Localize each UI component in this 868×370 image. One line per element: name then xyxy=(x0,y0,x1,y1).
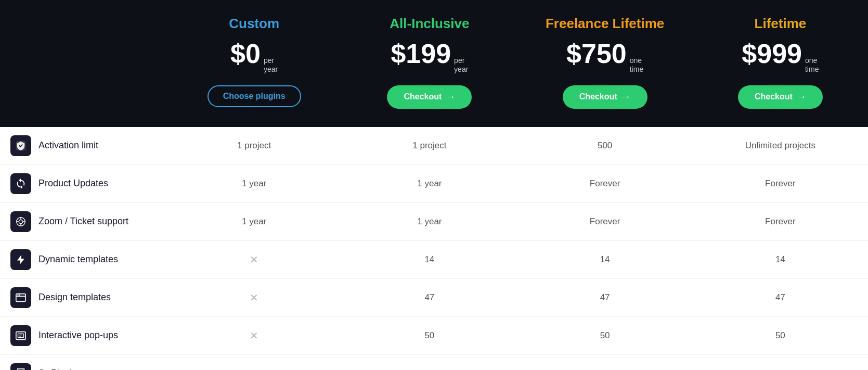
feature-row-design-templates: Design templates✕474747 xyxy=(0,279,868,317)
lightning-icon xyxy=(10,249,31,270)
plan-price-row-custom: $0peryear xyxy=(230,38,278,74)
plan-name-custom: Custom xyxy=(229,16,279,32)
checkout-arrow-all-inclusive: → xyxy=(446,92,455,103)
feature-label-col-zoom-support: Zoom / Ticket support xyxy=(0,203,166,240)
cross-icon: ✕ xyxy=(250,254,258,265)
features-table: Activation limit1 project1 project500Unl… xyxy=(0,127,868,370)
svg-rect-11 xyxy=(16,331,25,339)
feature-value-activation-limit-plan-0: 1 project xyxy=(166,132,342,159)
plan-name-lifetime: Lifetime xyxy=(755,16,807,32)
cross-icon: ✕ xyxy=(250,330,258,341)
plan-price-row-all-inclusive: $199peryear xyxy=(391,38,468,74)
svg-point-2 xyxy=(19,220,22,223)
btn-choose-plugins[interactable]: Choose plugins xyxy=(208,85,301,107)
plan-price-row-freelance: $750onetime xyxy=(566,38,643,74)
feature-value-dynamic-templates-plan-3: 14 xyxy=(693,246,868,273)
feature-name-design-templates: Design templates xyxy=(38,292,111,303)
feature-value-jetplugins-plan-3: 20 xyxy=(693,360,868,370)
checkout-arrow-freelance: → xyxy=(621,92,631,103)
feature-value-design-templates-plan-3: 47 xyxy=(693,284,868,311)
checkout-arrow-lifetime: → xyxy=(797,92,806,103)
feature-value-activation-limit-plan-1: 1 project xyxy=(342,132,517,159)
btn-checkout-lifetime[interactable]: Checkout→ xyxy=(738,85,823,109)
feature-name-dynamic-templates: Dynamic templates xyxy=(38,254,118,265)
plan-col-all-inclusive: All-Inclusive$199peryearCheckout→ xyxy=(342,16,517,109)
feature-label-col-design-templates: Design templates xyxy=(0,279,166,316)
feature-name-activation-limit: Activation limit xyxy=(38,140,98,151)
btn-checkout-all-inclusive[interactable]: Checkout→ xyxy=(387,85,472,109)
feature-value-product-updates-plan-1: 1 year xyxy=(342,170,517,197)
checkout-label-all-inclusive: Checkout xyxy=(404,92,442,101)
feature-value-interactive-popups-plan-1: 50 xyxy=(342,322,517,349)
feature-value-product-updates-plan-3: Forever xyxy=(693,170,868,197)
plan-col-lifetime: Lifetime$999onetimeCheckout→ xyxy=(693,16,868,109)
plan-price-freelance: $750 xyxy=(566,38,627,69)
plan-name-all-inclusive: All-Inclusive xyxy=(390,16,469,32)
popup-icon xyxy=(10,325,31,346)
feature-value-zoom-support-plan-0: 1 year xyxy=(166,208,342,235)
plan-price-lifetime: $999 xyxy=(742,38,802,69)
feature-row-product-updates: Product Updates1 year1 yearForeverForeve… xyxy=(0,165,868,203)
feature-row-zoom-support: Zoom / Ticket support1 year1 yearForever… xyxy=(0,203,868,241)
feature-row-dynamic-templates: Dynamic templates✕141414 xyxy=(0,241,868,279)
feature-name-text-jetplugins: JetPlugins xyxy=(38,368,82,370)
feature-name-product-updates: Product Updates xyxy=(38,178,108,189)
feature-value-zoom-support-plan-2: Forever xyxy=(517,208,693,235)
feature-name-zoom-support: Zoom / Ticket support xyxy=(38,216,128,227)
jetplugins-label[interactable]: JetPlugins▾ xyxy=(38,368,88,370)
feature-label-col-jetplugins: JetPlugins▾ xyxy=(0,355,166,370)
feature-value-zoom-support-plan-1: 1 year xyxy=(342,208,517,235)
bookmark-icon xyxy=(10,363,31,370)
plan-price-custom: $0 xyxy=(230,38,261,69)
feature-label-col-dynamic-templates: Dynamic templates xyxy=(0,241,166,278)
feature-value-dynamic-templates-plan-0: ✕ xyxy=(166,245,342,274)
feature-label-col-activation-limit: Activation limit xyxy=(0,127,166,164)
plan-price-suffix-all-inclusive: peryear xyxy=(454,56,468,74)
feature-value-interactive-popups-plan-3: 50 xyxy=(693,322,868,349)
feature-value-zoom-support-plan-3: Forever xyxy=(693,208,868,235)
plan-col-custom: Custom$0peryearChoose plugins xyxy=(166,16,342,109)
feature-value-product-updates-plan-0: 1 year xyxy=(166,170,342,197)
plan-col-freelance: Freelance Lifetime$750onetimeCheckout→ xyxy=(517,16,693,109)
feature-value-jetplugins-plan-0: 0 / 20 xyxy=(166,360,342,370)
feature-label-col-interactive-popups: Interactive pop-ups xyxy=(0,317,166,354)
feature-value-activation-limit-plan-2: 500 xyxy=(517,132,693,159)
feature-value-activation-limit-plan-3: Unlimited projects xyxy=(693,132,868,159)
feature-value-design-templates-plan-2: 47 xyxy=(517,284,693,311)
plan-price-all-inclusive: $199 xyxy=(391,38,451,69)
browser-icon xyxy=(10,287,31,308)
pricing-header: Custom$0peryearChoose pluginsAll-Inclusi… xyxy=(0,0,868,127)
feature-value-dynamic-templates-plan-2: 14 xyxy=(517,246,693,273)
feature-row-activation-limit: Activation limit1 project1 project500Unl… xyxy=(0,127,868,165)
refresh-icon xyxy=(10,173,31,194)
feature-value-jetplugins-plan-1: 20 xyxy=(342,360,517,370)
feature-value-design-templates-plan-1: 47 xyxy=(342,284,517,311)
feature-value-product-updates-plan-2: Forever xyxy=(517,170,693,197)
plan-price-suffix-custom: peryear xyxy=(264,56,278,74)
feature-value-interactive-popups-plan-0: ✕ xyxy=(166,321,342,350)
feature-value-dynamic-templates-plan-1: 14 xyxy=(342,246,517,273)
check-shield-icon xyxy=(10,135,31,156)
feature-row-jetplugins: JetPlugins▾0 / 20202020 xyxy=(0,355,868,370)
btn-checkout-freelance[interactable]: Checkout→ xyxy=(563,85,647,109)
feature-value-design-templates-plan-0: ✕ xyxy=(166,283,342,312)
plan-price-row-lifetime: $999onetime xyxy=(742,38,819,74)
feature-label-col-product-updates: Product Updates xyxy=(0,165,166,202)
feature-row-interactive-popups: Interactive pop-ups✕505050 xyxy=(0,317,868,355)
cross-icon: ✕ xyxy=(250,292,258,303)
plan-price-suffix-lifetime: onetime xyxy=(805,56,819,74)
plan-price-suffix-freelance: onetime xyxy=(630,56,643,74)
feature-value-jetplugins-plan-2: 20 xyxy=(517,360,693,370)
checkout-label-freelance: Checkout xyxy=(579,92,617,101)
feature-name-interactive-popups: Interactive pop-ups xyxy=(38,330,118,341)
svg-rect-12 xyxy=(18,334,24,337)
feature-value-interactive-popups-plan-2: 50 xyxy=(517,322,693,349)
plan-name-freelance: Freelance Lifetime xyxy=(546,16,664,32)
support-icon xyxy=(10,211,31,232)
checkout-label-lifetime: Checkout xyxy=(755,92,793,101)
